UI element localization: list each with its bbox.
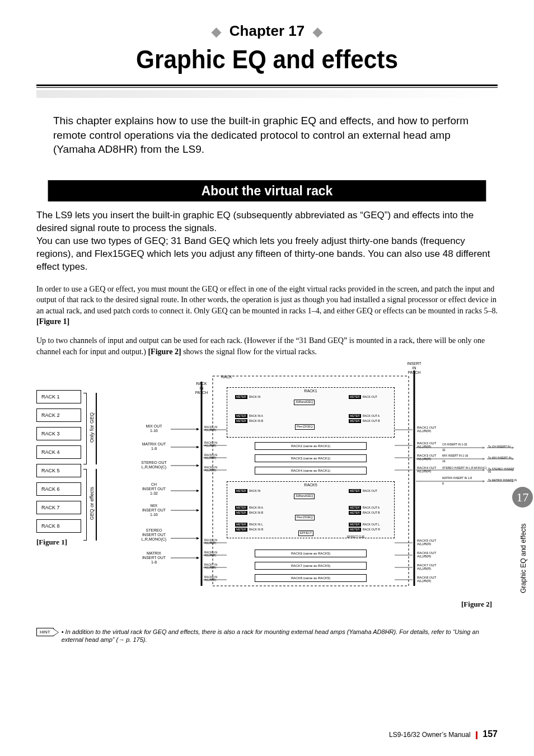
hint-label-box: HINT — [36, 628, 54, 636]
rack-box: RACK 2 — [36, 408, 81, 422]
meter-badge: METER — [349, 528, 361, 532]
input-label: MIX OUT 1-16 — [140, 424, 168, 433]
rack-box: RACK 5 — [36, 464, 81, 477]
rack-io-label: RACK2 IN A(L)/B(R) — [204, 442, 217, 447]
diamond-icon: ◆ — [313, 25, 322, 39]
diamond-icon: ◆ — [212, 25, 221, 39]
meter-badge: METER — [349, 489, 361, 493]
rack-same-box: RACK3 (same as RACK1) — [255, 454, 367, 462]
hint-block: HINT • In addition to the virtual rack f… — [36, 628, 498, 644]
meter-badge: METER — [349, 395, 361, 399]
rack-box: RACK 1 — [36, 390, 81, 403]
rack-same-box: RACK8 (same as RACK5) — [255, 574, 367, 582]
processor-box: Flex15GEQ — [295, 424, 315, 430]
io-label: RACK IN A — [249, 415, 263, 417]
effect-cue-label: EFFECT CUE — [347, 536, 364, 538]
section-heading: About the virtual rack — [48, 180, 486, 201]
rack-io-label: RACK1 OUT A(L)/B(R) — [417, 426, 451, 433]
meter-badge: METER — [235, 506, 247, 510]
meter-badge: METER — [235, 511, 247, 515]
dest-label: CH INSERT IN 1-32 — [442, 443, 467, 446]
dest-label: MIX INSERT IN 1-16 — [442, 454, 468, 457]
io-label: RACK OUT A — [363, 506, 380, 509]
figure-caption: [Figure 1] — [36, 538, 104, 547]
body-paragraph-2: In order to use a GEQ or effect, you mus… — [36, 284, 498, 327]
meter-badge: METER — [235, 395, 247, 399]
processor-box: 31BandGEQ — [294, 494, 315, 499]
input-label: MIX INSERT OUT 1-16 — [137, 504, 171, 516]
dest-label: MATRIX INSERT IN 1-8 — [442, 477, 472, 480]
meter-badge: METER — [349, 523, 361, 527]
input-label: CH INSERT OUT 1-32 — [137, 482, 171, 495]
rack-io-label: RACK3 IN A(L)/B(R) — [204, 454, 217, 459]
patch-label: RACK IN PATCH — [189, 382, 214, 395]
rack-io-label: RACK8 OUT A(L)/B(R) — [417, 576, 451, 583]
side-tab-label: Graphic EQ and effects — [519, 515, 527, 593]
rack-same-box: RACK6 (same as RACK5) — [255, 550, 367, 557]
rack-io-label: RACK7 OUT A(L)/B(R) — [417, 564, 451, 570]
rack-io-label: RACK8 IN A(L)/B(R) — [204, 576, 217, 581]
meter-badge: METER — [349, 506, 361, 510]
meter-badge: METER — [235, 489, 247, 493]
brace-label: Only for GEQ — [89, 412, 95, 443]
divider — [36, 87, 498, 88]
hint-label: HINT — [40, 630, 50, 635]
intro-paragraph: This chapter explains how to use the bui… — [53, 114, 481, 157]
meter-badge: METER — [235, 414, 247, 418]
io-label: RACK IN — [249, 490, 260, 492]
pointer-icon — [53, 628, 59, 636]
io-label: RACK IN B — [249, 511, 263, 514]
brace-label: GEQ or effects — [89, 487, 95, 520]
brace-bar — [96, 469, 97, 541]
page-title: Graphic EQ and effects — [55, 44, 479, 74]
page-footer: LS9-16/32 Owner’s Manual 157 — [36, 729, 498, 739]
rack-box: RACK 6 — [36, 482, 81, 496]
meter-badge: METER — [235, 523, 247, 527]
input-label: STEREO INSERT OUT L,R,MONO(C) — [137, 528, 171, 541]
meter-badge: METER — [235, 528, 247, 532]
dest-count: 16 — [442, 460, 446, 463]
input-label: MATRIX INSERT OUT 1-8 — [137, 551, 171, 564]
body-paragraph-3: Up to two channels of input and output c… — [36, 335, 498, 357]
figure-caption: [Figure 2] — [461, 600, 492, 609]
rack-io-label: RACK5 IN A(L)/B(R) — [204, 539, 217, 544]
rack-io-label: RACK4 IN A(L)/B(R) — [204, 466, 217, 472]
meter-badge: METER — [349, 419, 361, 423]
page-number: 157 — [483, 729, 498, 739]
dest-count: 32 — [442, 449, 446, 452]
gradient-band — [36, 90, 498, 98]
meter-badge: METER — [349, 414, 361, 418]
hint-text: • In addition to the virtual rack for GE… — [62, 628, 498, 644]
diagram-area: RACK 1 RACK 2 RACK 3 RACK 4 RACK 5 RACK … — [36, 365, 498, 611]
rack-title: RACK1 — [227, 389, 394, 393]
io-label: RACK IN B — [249, 420, 263, 422]
rack-io-label: RACK7 IN A(L)/B(R) — [204, 564, 217, 569]
input-label: STEREO OUT L,R,MONO(C) — [137, 461, 171, 469]
io-label: RACK IN L — [249, 523, 263, 526]
processor-box: 31BandGEQ — [294, 400, 315, 405]
processor-box: Flex15GEQ — [295, 515, 315, 520]
divider — [36, 84, 498, 86]
io-label: RACK OUT B — [363, 511, 380, 514]
io-label: RACK OUT A — [363, 415, 380, 417]
rack-box: RACK 3 — [36, 427, 81, 440]
dest-count: 8 — [442, 482, 444, 485]
io-label: RACK OUT R — [363, 528, 380, 531]
brace — [83, 393, 87, 464]
input-label: MATRIX OUT 1-8 — [140, 442, 168, 450]
io-label: RACK IN R — [249, 528, 263, 531]
io-label: RACK OUT L — [363, 523, 380, 526]
dest-label: STEREO INSERT IN L,R,MONO(C) — [442, 467, 487, 469]
rack-box: RACK 4 — [36, 445, 81, 459]
rack-box: RACK 8 — [36, 519, 81, 533]
side-tab: 17 Graphic EQ and effects — [513, 476, 534, 699]
body-paragraph-1: The LS9 lets you insert the built-in gra… — [36, 209, 498, 274]
dest-to: To STEREO INSERT IN — [488, 468, 518, 473]
separator-icon — [476, 731, 477, 739]
rack-title: RACK5 — [227, 483, 394, 487]
io-label: RACK OUT — [363, 490, 377, 492]
rack-io-label: RACK5 OUT A(L)/B(R) — [417, 539, 451, 546]
patch-label: INSERT IN PATCH — [402, 361, 427, 374]
io-label: RACK OUT B — [363, 420, 380, 422]
figure-2: MIX OUT 1-16 MATRIX OUT 1-8 STEREO OUT L… — [137, 365, 518, 594]
